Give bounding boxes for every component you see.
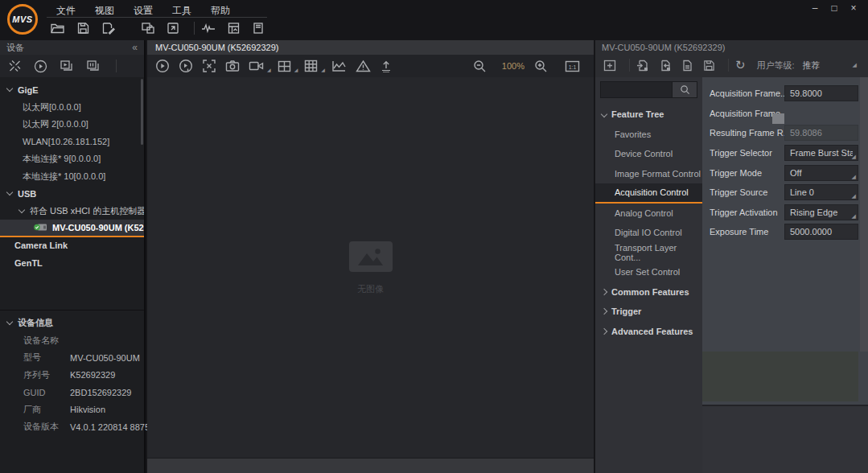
logo-text: MVS (12, 14, 32, 24)
tree-item-camera-device[interactable]: MV-CU050-90UM (K5269... (0, 220, 144, 237)
warning-overlay-button[interactable] (354, 58, 372, 74)
split-view-button[interactable] (276, 59, 293, 74)
dropdown-caret-icon[interactable]: ◢ (853, 62, 857, 68)
zoom-level: 100% (502, 61, 525, 71)
feature-item-acquisition-control[interactable]: Acquisition Control (595, 183, 702, 204)
feature-item-digital-io-control[interactable]: Digital IO Control (595, 223, 702, 243)
feature-item-transport-layer[interactable]: Transport Layer Cont... (595, 243, 702, 263)
tree-scrollbar[interactable] (141, 79, 143, 145)
dropdown-caret-icon[interactable]: ◢ (321, 67, 325, 72)
toolbar-divider (629, 59, 630, 72)
trigger-mode-select[interactable]: Off◢ (784, 165, 858, 181)
stop-all-preview-button[interactable] (84, 58, 102, 74)
feature-item-analog-control[interactable]: Analog Control (595, 204, 702, 224)
viewer-tab[interactable]: MV-CU050-90UM (K52692329) (155, 43, 278, 52)
search-input[interactable] (600, 81, 673, 98)
feature-root[interactable]: Feature Tree (595, 105, 702, 125)
feature-label: Advanced Features (611, 327, 693, 336)
document-button[interactable] (680, 58, 695, 73)
tree-item-wlan[interactable]: WLAN[10.26.181.152] (0, 134, 144, 151)
waveform-button[interactable] (200, 20, 217, 36)
dropdown-caret-icon[interactable]: ◢ (294, 67, 298, 72)
device-info-header[interactable]: 设备信息 (0, 315, 144, 332)
viewer-panel: MV-CU050-90UM (K52692329) ◢ ◢ ◢ 100% 1:1… (147, 40, 594, 473)
start-preview-button[interactable] (32, 58, 49, 75)
zoom-out-icon (473, 60, 487, 73)
feature-search (600, 81, 697, 98)
refresh-icon: ↻ (735, 58, 746, 72)
snapshot-button[interactable] (224, 58, 241, 74)
trigger-selector-select[interactable]: Frame Burst Star◢ (784, 145, 858, 161)
save-image-button[interactable] (378, 58, 394, 75)
trigger-source-select[interactable]: Line 0◢ (784, 184, 858, 200)
import-config-button[interactable] (635, 58, 651, 73)
dropdown-caret-icon: ◢ (852, 154, 856, 160)
dropdown-caret-icon: ◢ (852, 174, 856, 180)
maximize-button[interactable]: □ (825, 2, 844, 15)
grab-once-button[interactable] (177, 57, 195, 75)
disconnect-device-button[interactable] (6, 58, 23, 74)
feature-item-image-format-control[interactable]: Image Format Control (595, 164, 702, 184)
tree-group-gige[interactable]: GigE (0, 81, 144, 99)
feature-item-user-set-control[interactable]: User Set Control (595, 262, 702, 282)
collapse-panel-icon[interactable]: « (132, 42, 138, 53)
camera-online-icon (34, 223, 47, 232)
dropdown-caret-icon[interactable]: ◢ (267, 67, 271, 72)
grid-view-button[interactable] (302, 58, 319, 74)
property-scrollbar[interactable] (860, 77, 868, 352)
record-button[interactable] (247, 59, 265, 73)
user-level-select[interactable]: 推荐 (803, 60, 853, 72)
feature-item-favorites[interactable]: Favorites (595, 125, 702, 145)
layout-chart-button[interactable] (225, 20, 242, 36)
mvs-logo: MVS (7, 4, 38, 35)
feature-section-trigger[interactable]: Trigger (595, 302, 702, 322)
fit-window-button[interactable] (200, 57, 218, 75)
tree-item-local9[interactable]: 本地连接* 9[0.0.0.0] (0, 150, 144, 168)
feature-section-common[interactable]: Common Features (595, 282, 702, 302)
histogram-button[interactable] (330, 58, 348, 74)
info-row: GUID2BD152692329 (0, 384, 144, 401)
export-config-button[interactable] (657, 58, 673, 73)
one-to-one-button[interactable]: 1:1 (563, 59, 582, 74)
tree-item-ethernet2[interactable]: 以太网 2[0.0.0.0] (0, 116, 144, 134)
save-button[interactable] (75, 20, 92, 36)
restore-window-button[interactable] (165, 20, 181, 36)
resulting-frame-rate-input (784, 125, 858, 141)
device-panel: 设备 « GigE 以太网[0.0.0.0] 以太网 2[0.0.0.0] WL… (0, 40, 146, 473)
open-file-button[interactable] (48, 20, 67, 36)
chevron-down-icon (6, 189, 13, 195)
refresh-button[interactable]: ↻ (734, 56, 747, 74)
feature-section-advanced[interactable]: Advanced Features (595, 322, 702, 342)
feature-item-device-control[interactable]: Device Control (595, 144, 702, 164)
save-as-button[interactable] (100, 20, 117, 36)
tree-item-local10[interactable]: 本地连接* 10[0.0.0.0] (0, 168, 144, 186)
play-circle-icon (155, 59, 170, 73)
zoom-out-button[interactable] (471, 58, 488, 75)
trigger-activation-select[interactable]: Rising Edge◢ (784, 204, 858, 220)
close-button[interactable]: × (844, 2, 863, 15)
save-device-button[interactable] (250, 20, 266, 36)
tree-item-ethernet[interactable]: 以太网[0.0.0.0] (0, 99, 144, 117)
tree-group-usb[interactable]: USB (0, 185, 144, 203)
zoom-in-button[interactable] (533, 58, 549, 75)
exposure-time-input[interactable] (784, 224, 858, 240)
tree-item-usb-controller[interactable]: 符合 USB xHCI 的主机控制器 (0, 203, 144, 220)
minimize-button[interactable]: – (805, 2, 825, 15)
image-canvas[interactable]: 无图像 (147, 77, 594, 459)
fit-window-icon (202, 59, 216, 73)
attach-window-button[interactable] (602, 58, 618, 73)
tree-group-gentl[interactable]: GenTL (0, 254, 144, 272)
save-config-button[interactable] (701, 58, 717, 73)
info-value: K52692329 (70, 370, 115, 380)
tree-group-cameralink[interactable]: Camera Link (0, 237, 144, 255)
layout-chart-icon (227, 22, 241, 35)
toolbar-divider (728, 59, 729, 72)
search-button[interactable] (673, 81, 697, 98)
swap-window-button[interactable] (139, 20, 157, 36)
acquisition-frame-rate-input[interactable] (784, 85, 858, 101)
start-grab-button[interactable] (154, 57, 171, 75)
camera-icon (225, 60, 240, 72)
property-row: Resulting Frame R... (702, 123, 868, 143)
property-row: Acquisition Frame... (702, 104, 868, 124)
start-all-preview-button[interactable] (58, 58, 76, 74)
